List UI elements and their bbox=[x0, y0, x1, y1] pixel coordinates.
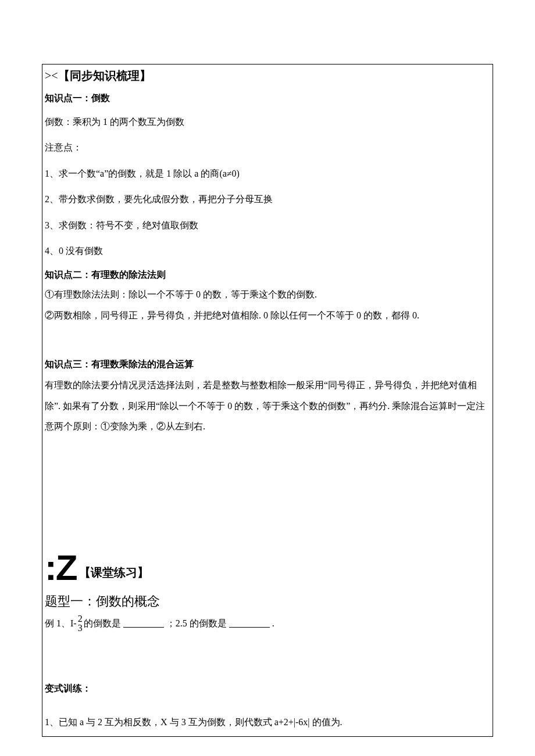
z-icon: :Z bbox=[45, 553, 77, 583]
kp1-item1: 1、求一个数“a”的倒数，就是 1 除以 a 的商(a≠0) bbox=[42, 165, 493, 182]
page-container: ><【同步知识梳理】 知识点一：倒数 倒数：乘积为 1 的两个数互为倒数 注意点… bbox=[42, 64, 493, 737]
ex1-mid2: ；2.5 的倒数是 bbox=[166, 618, 227, 629]
section2-title: 【课堂练习】 bbox=[79, 564, 149, 583]
kp2-rule1: ①有理数除法法则：除以一个不等于 0 的数，等于乘这个数的倒数. bbox=[42, 285, 493, 304]
fraction-2-3: 2 3 bbox=[78, 614, 83, 633]
example-1: 例 1、I- 2 3 的倒数是 ；2.5 的倒数是 . bbox=[42, 614, 493, 633]
ex1-mid: 的倒数是 bbox=[84, 618, 121, 629]
blank-2 bbox=[229, 619, 270, 627]
kp1-item4: 4、0 没有倒数 bbox=[42, 242, 493, 260]
variation-q1: 1、已知 a 与 2 互为相反数，X 与 3 互为倒数，则代数式 a+2+|-6… bbox=[42, 713, 493, 732]
fraction-numerator: 2 bbox=[78, 614, 83, 624]
kp1-note-label: 注意点： bbox=[42, 139, 493, 156]
kp2-title: 知识点二：有理数的除法法则 bbox=[42, 268, 493, 282]
kp3-body: 有理数的除法要分情况灵活选择法则，若是整数与整数相除一般采用“同号得正，异号得负… bbox=[42, 375, 493, 436]
topic1-title: 题型一：倒数的概念 bbox=[42, 592, 493, 611]
section-header-课堂练习: :Z 【课堂练习】 bbox=[42, 553, 493, 583]
kp3-title: 知识点三：有理数乘除法的混合运算 bbox=[42, 357, 493, 371]
variation-title: 变式训练： bbox=[42, 682, 493, 696]
kp1-title: 知识点一：倒数 bbox=[42, 91, 493, 105]
ex1-end: . bbox=[272, 618, 274, 629]
blank-1 bbox=[123, 619, 164, 627]
kp1-item2: 2、带分数求倒数，要先化成假分数，再把分子分母互换 bbox=[42, 191, 493, 208]
section-header-知识梳理: ><【同步知识梳理】 bbox=[42, 67, 493, 84]
kp1-def: 倒数：乘积为 1 的两个数互为倒数 bbox=[42, 113, 493, 131]
fraction-denominator: 3 bbox=[78, 623, 83, 633]
section-icon: >< bbox=[45, 69, 58, 82]
ex1-prefix: 例 1、I- bbox=[45, 618, 77, 629]
section-title: 【同步知识梳理】 bbox=[58, 69, 151, 82]
kp2-rule2: ②两数相除，同号得正，异号得负，并把绝对值相除. 0 除以任何一个不等于 0 的… bbox=[42, 306, 493, 325]
kp1-item3: 3、求倒数：符号不变，绝对值取倒数 bbox=[42, 217, 493, 234]
